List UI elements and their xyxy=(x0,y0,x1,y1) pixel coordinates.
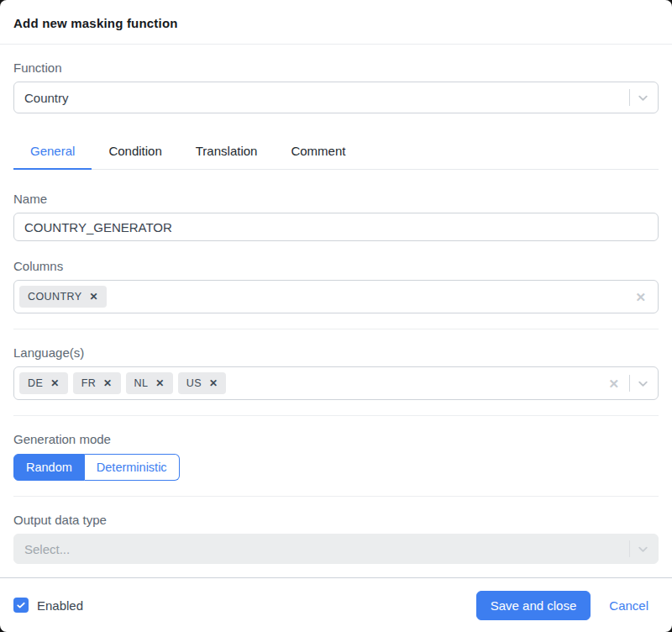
generation-mode-group: Generation mode Random Deterministic xyxy=(13,432,659,481)
generation-mode-label: Generation mode xyxy=(13,432,659,446)
select-divider xyxy=(629,375,630,392)
name-field-group: Name xyxy=(13,192,659,241)
chevron-down-icon[interactable] xyxy=(637,92,649,104)
divider xyxy=(13,415,659,416)
dialog-title: Add new masking function xyxy=(13,16,659,30)
language-tag-us: US ✕ xyxy=(178,372,227,394)
output-data-type-group: Output data type Select... xyxy=(13,513,659,564)
name-label: Name xyxy=(13,192,659,206)
columns-field-controls: ✕ xyxy=(632,281,649,313)
function-select[interactable]: Country xyxy=(13,82,659,113)
tab-translation[interactable]: Translation xyxy=(179,135,275,170)
languages-field-group: Language(s) DE ✕ FR ✕ NL ✕ US ✕ xyxy=(13,345,659,400)
add-masking-function-dialog: Add new masking function Function Countr… xyxy=(0,0,672,632)
dialog-footer: Enabled Save and close Cancel xyxy=(0,577,672,632)
name-input[interactable] xyxy=(13,213,659,241)
columns-label: Columns xyxy=(13,259,659,273)
chevron-down-icon[interactable] xyxy=(637,377,649,390)
remove-tag-icon[interactable]: ✕ xyxy=(50,378,59,388)
output-data-type-select[interactable]: Select... xyxy=(13,534,659,564)
columns-multiselect[interactable]: COUNTRY ✕ ✕ xyxy=(13,280,659,313)
divider xyxy=(13,496,659,497)
enabled-checkbox-group: Enabled xyxy=(13,598,476,613)
chevron-down-icon xyxy=(637,543,649,556)
tab-condition[interactable]: Condition xyxy=(92,135,178,170)
output-data-type-label: Output data type xyxy=(13,513,659,527)
select-divider xyxy=(629,540,630,557)
remove-tag-icon[interactable]: ✕ xyxy=(209,378,218,388)
enabled-label: Enabled xyxy=(37,598,83,613)
output-data-type-placeholder: Select... xyxy=(24,542,622,556)
language-tag-de: DE ✕ xyxy=(19,372,68,394)
tab-general[interactable]: General xyxy=(13,135,92,170)
tag-label: NL xyxy=(134,377,149,389)
languages-multiselect[interactable]: DE ✕ FR ✕ NL ✕ US ✕ ✕ xyxy=(13,366,659,400)
cancel-button[interactable]: Cancel xyxy=(609,598,648,613)
remove-tag-icon[interactable]: ✕ xyxy=(89,292,97,302)
languages-field-controls: ✕ xyxy=(605,367,649,399)
generation-mode-random-button[interactable]: Random xyxy=(13,454,85,481)
language-tag-fr: FR ✕ xyxy=(73,372,121,394)
select-divider xyxy=(629,89,630,106)
tag-label: US xyxy=(186,377,202,389)
function-select-value: Country xyxy=(24,91,622,105)
dialog-body: Function Country General Condition Trans… xyxy=(0,45,672,577)
enabled-checkbox[interactable] xyxy=(13,598,29,613)
function-label: Function xyxy=(13,61,659,75)
tag-label: DE xyxy=(28,377,43,389)
tag-label: COUNTRY xyxy=(28,291,81,303)
languages-label: Language(s) xyxy=(13,345,659,360)
remove-tag-icon[interactable]: ✕ xyxy=(103,378,112,388)
columns-field-group: Columns COUNTRY ✕ ✕ xyxy=(13,259,659,313)
divider xyxy=(13,329,659,329)
function-field: Function Country xyxy=(13,61,659,113)
remove-tag-icon[interactable]: ✕ xyxy=(155,378,164,388)
language-tag-nl: NL ✕ xyxy=(126,372,173,394)
tab-bar: General Condition Translation Comment xyxy=(13,135,659,170)
save-and-close-button[interactable]: Save and close xyxy=(476,591,591,620)
clear-all-icon[interactable]: ✕ xyxy=(632,291,649,303)
tab-comment[interactable]: Comment xyxy=(274,135,362,170)
dialog-header: Add new masking function xyxy=(0,0,672,45)
generation-mode-toggle: Random Deterministic xyxy=(13,454,180,481)
generation-mode-deterministic-button[interactable]: Deterministic xyxy=(85,454,180,481)
clear-all-icon[interactable]: ✕ xyxy=(605,377,622,390)
columns-tag-country: COUNTRY ✕ xyxy=(19,286,107,308)
tag-label: FR xyxy=(81,377,96,389)
